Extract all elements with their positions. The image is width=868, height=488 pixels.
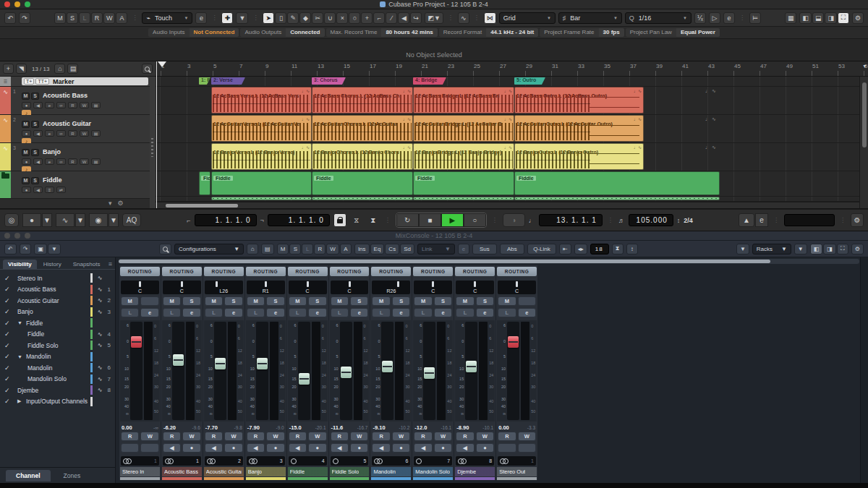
track-small-button[interactable]: ● [22, 102, 31, 108]
automation-button-a[interactable]: A [116, 12, 127, 24]
midi-record-mode-dropdown[interactable]: ▼ [109, 213, 119, 227]
mute-button[interactable]: M [247, 296, 265, 306]
toolbar-setup-gear-icon[interactable]: ⚙ [852, 12, 864, 24]
marker-event-5-outro[interactable]: 5: Outro [514, 77, 545, 85]
routing-rack-header[interactable]: ROUTING [246, 267, 286, 276]
marker-track-header[interactable]: T+TT+Marker [22, 77, 148, 85]
audio-event[interactable]: Fiddle [413, 171, 514, 195]
read-automation-button[interactable]: R [414, 432, 432, 441]
track-small-button[interactable]: ∞ [56, 102, 66, 108]
right-locator-display[interactable]: 1. 1. 1. 0 [268, 214, 330, 226]
scroll-left-icon[interactable]: ⇤ [559, 244, 571, 254]
routing-rack-header[interactable]: ROUTING [497, 267, 537, 276]
automation-mode-dropdown[interactable]: ⌁Touch▼ [142, 12, 192, 24]
metronome-display[interactable] [784, 214, 835, 226]
fader-level-value[interactable]: -7.70 [205, 424, 218, 431]
track-row-fiddle[interactable]: MSFiddle●◀≡⇄ [0, 171, 150, 199]
monitor-button[interactable]: ◀ [205, 443, 224, 453]
mix-channel-button-w[interactable]: W [326, 244, 339, 254]
marker-event-1-p[interactable]: 1: P [199, 77, 210, 85]
solo-button[interactable] [140, 296, 158, 306]
read-automation-button[interactable]: R [372, 432, 390, 441]
snap-type-dropdown[interactable]: Grid▼ [499, 12, 556, 24]
rack-button-ins[interactable]: Ins [354, 244, 370, 254]
fader-handle[interactable] [215, 358, 226, 369]
racks-menu-dropdown[interactable]: ▼ [794, 244, 807, 254]
write-automation-button[interactable]: W [140, 432, 158, 441]
routing-rack-header[interactable]: ROUTING [120, 267, 160, 276]
routing-rack-header[interactable]: ROUTING [413, 267, 453, 276]
mute-button[interactable]: M [289, 296, 307, 306]
transport-panel-icon[interactable]: ◎ [4, 213, 19, 227]
metronome-button[interactable]: ▲ [739, 213, 754, 227]
split-tool[interactable]: ✂ [312, 12, 323, 24]
record-enable-button[interactable]: ● [182, 443, 200, 453]
audio-event[interactable]: 12 Banjo Bridge.L (12 Banjo Bridge)♩∿ [413, 143, 514, 170]
edit-channel-button[interactable]: e [392, 308, 410, 317]
pan-control[interactable]: C [456, 281, 494, 294]
channel-name[interactable]: Mandolin [371, 467, 411, 476]
automation-button-s[interactable]: S [67, 12, 78, 24]
edit-channel-button[interactable]: e [308, 308, 326, 317]
zoom-palette-icon[interactable]: ⧗ [612, 244, 624, 254]
punch-out-button[interactable]: ⧗ [367, 213, 380, 227]
solo-button[interactable]: S [182, 296, 200, 306]
fader-track[interactable] [381, 322, 393, 420]
line-tool[interactable]: ∕ [386, 12, 397, 24]
track-small-button[interactable]: ● [22, 158, 31, 165]
automation-button-r[interactable]: R [91, 12, 103, 24]
range-selection-tool[interactable]: ▯ [275, 12, 286, 24]
listen-button[interactable]: L [289, 308, 307, 317]
track-small-button[interactable]: ● [22, 187, 31, 193]
read-automation-button[interactable]: R [247, 432, 265, 441]
read-automation-button[interactable]: R [289, 432, 307, 441]
mute-button[interactable]: M [205, 296, 224, 306]
fader-level-value[interactable]: 0.00 [498, 424, 509, 431]
marker-chip-tt-[interactable]: TT+ [35, 78, 49, 85]
record-enable-button[interactable] [140, 443, 158, 453]
solo-button[interactable]: S [476, 296, 494, 306]
audio-event[interactable]: 12 AcBass Chorus.L (12 AcBass Ch♩∿ [312, 87, 413, 114]
track-small-button[interactable]: W [80, 102, 89, 108]
channel-name[interactable]: Mandolin Solo [413, 467, 453, 476]
mute-button[interactable]: M [22, 93, 30, 100]
audio-event[interactable]: Fiddle [211, 171, 312, 195]
track-small-button[interactable]: ▤ [91, 102, 101, 108]
audio-event[interactable] [514, 197, 720, 200]
solo-button[interactable]: S [31, 93, 39, 100]
fader-handle[interactable] [382, 361, 393, 372]
read-automation-button[interactable]: R [205, 432, 224, 441]
color-tool[interactable]: ↪ [410, 12, 422, 24]
marker-event-2-verse[interactable]: 2: Verse [211, 77, 245, 85]
tab-zones[interactable]: Zones [54, 470, 91, 481]
racks-options-dropdown[interactable]: ▼ [736, 244, 749, 254]
configurations-dropdown[interactable]: Configurations▼ [174, 244, 244, 254]
listen-button[interactable]: L [331, 308, 349, 317]
mix-search-button[interactable] [159, 244, 171, 254]
fader-handle[interactable] [257, 358, 268, 369]
mute-button[interactable]: M [121, 296, 139, 306]
transport-gear-icon[interactable]: ⚙ [851, 213, 864, 227]
redo-button[interactable]: ↷ [19, 12, 30, 24]
pan-control[interactable]: R26 [372, 281, 410, 294]
track-small-button[interactable]: R [68, 102, 77, 108]
read-automation-button[interactable]: R [163, 432, 181, 441]
fader-handle[interactable] [131, 336, 142, 348]
write-automation-button[interactable]: W [392, 432, 410, 441]
audio-event[interactable] [413, 197, 514, 200]
listen-button[interactable]: L [205, 308, 224, 317]
mute-button[interactable]: M [414, 296, 432, 306]
mix-left-zone-button[interactable]: ◧ [810, 244, 823, 254]
mixer-horizontal-scrollbar[interactable] [119, 259, 859, 264]
mix-undo-button[interactable]: ↶ [4, 244, 17, 254]
mute-button[interactable]: M [22, 121, 30, 128]
track-visibility-agents-button[interactable]: ⌂ [54, 64, 65, 74]
stop-button[interactable]: ■ [419, 213, 441, 227]
fader-track[interactable] [507, 322, 519, 420]
listen-button[interactable]: L [414, 308, 432, 317]
mix-channel-button-m[interactable]: M [277, 244, 289, 254]
monitor-button[interactable]: ◀ [372, 443, 390, 453]
automation-button-m[interactable]: M [54, 12, 66, 24]
visibility-check-icon[interactable]: ✓ [4, 387, 17, 394]
arrange-horizontal-scrollbar[interactable] [156, 202, 859, 208]
